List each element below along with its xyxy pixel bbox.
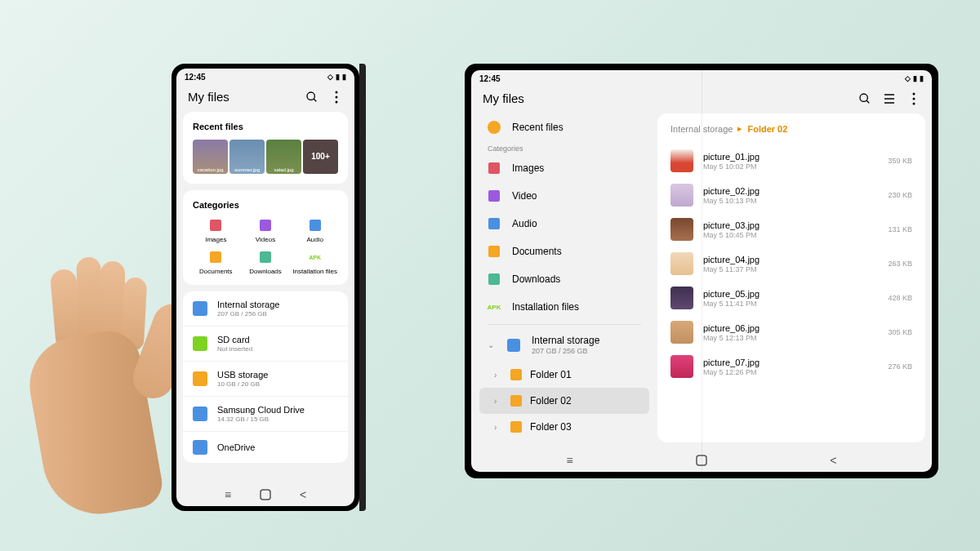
recents-button[interactable]: ≡ [221,488,234,501]
category-icon [258,218,273,233]
app-title: My files [188,90,229,104]
category-label: Documents [199,268,232,275]
category-item[interactable]: APKInstallation files [292,250,338,275]
status-time: 12:45 [185,73,206,82]
svg-rect-5 [261,490,270,500]
storage-item[interactable]: OneDrive [183,432,348,463]
storage-icon [193,407,207,421]
storage-item[interactable]: Internal storage207 GB / 256 GB [183,291,348,327]
file-row[interactable]: picture_07.jpgMay 5 12:26 PM276 KB [670,349,912,384]
recents-button[interactable]: ≡ [564,454,577,467]
category-item[interactable]: Videos [243,218,289,243]
signal-icon: ▮ [913,74,917,82]
sidebar-category[interactable]: Downloads [479,265,649,293]
sidebar-folder[interactable]: ›Folder 01 [479,362,649,388]
file-thumb [670,355,693,378]
folder-label: Folder 03 [530,421,572,433]
category-icon: APK [488,300,501,313]
battery-icon: ▮ [920,74,924,82]
storage-sub: 207 GB / 256 GB [532,347,641,355]
recent-thumb-more[interactable]: 100+ [303,140,338,174]
file-row[interactable]: picture_05.jpgMay 5 11:41 PM428 KB [670,281,912,315]
storage-item[interactable]: Samsung Cloud Drive14.32 GB / 15 GB [183,397,348,432]
file-row[interactable]: picture_03.jpgMay 5 10:45 PM131 KB [670,212,912,247]
file-date: May 5 11:41 PM [703,300,878,308]
sidebar-folder[interactable]: ›Folder 03 [479,414,649,440]
tablet-device: 12:45 ◇ ▮ ▮ My files Recent files Catego… [465,64,938,478]
category-item[interactable]: Documents [193,250,239,275]
app-title: My files [483,91,524,105]
svg-line-1 [314,99,316,101]
sidebar-label: Downloads [512,273,560,285]
file-date: May 5 10:13 PM [703,197,878,205]
file-thumb [670,321,693,344]
category-item[interactable]: Audio [292,218,338,243]
category-item[interactable]: Images [193,218,239,243]
storage-icon [193,301,207,316]
breadcrumb-current: Folder 02 [747,124,787,134]
category-icon [488,245,501,258]
signal-icon: ▮ [336,73,340,81]
back-button[interactable]: < [826,454,840,467]
category-icon: APK [308,250,323,264]
category-item[interactable]: Downloads [243,250,289,275]
recent-thumb[interactable]: vacation.jpg [193,140,228,174]
wifi-icon: ◇ [327,73,333,81]
file-name: picture_03.jpg [703,220,878,230]
file-row[interactable]: picture_01.jpgMay 5 10:02 PM359 KB [670,144,912,178]
file-name: picture_06.jpg [703,323,878,333]
sidebar-category[interactable]: Images [479,154,649,182]
file-name: picture_05.jpg [703,289,878,299]
folder-label: Folder 01 [530,369,572,380]
storage-icon [507,339,520,352]
storage-name: Internal storage [217,300,338,309]
sidebar-label: Recent files [512,122,564,133]
storage-list: Internal storage207 GB / 256 GBSD cardNo… [183,291,348,463]
svg-line-7 [866,100,869,103]
category-label: Audio [306,236,323,243]
storage-icon [193,440,207,455]
home-button[interactable] [259,488,272,501]
svg-point-4 [336,100,338,103]
detail-panel: Internal storage ▸ Folder 02 picture_01.… [657,113,925,442]
back-button[interactable]: < [296,488,310,501]
storage-sub: 10 GB / 20 GB [217,380,338,388]
file-row[interactable]: picture_02.jpgMay 5 10:13 PM230 KB [670,178,912,212]
search-icon[interactable] [858,92,871,105]
status-bar: 12:45 ◇ ▮ ▮ [176,69,354,83]
sidebar-category[interactable]: APKInstallation files [479,293,649,321]
file-name: picture_02.jpg [703,186,878,196]
svg-point-3 [336,96,338,98]
sidebar-storage[interactable]: ⌄ Internal storage 207 GB / 256 GB [479,328,649,362]
file-name: picture_07.jpg [703,358,878,367]
list-view-icon[interactable] [883,92,896,105]
sidebar-category[interactable]: Documents [479,238,649,265]
file-date: May 5 10:45 PM [703,231,878,239]
sidebar-folder[interactable]: ›Folder 02 [479,388,649,414]
file-size: 263 KB [888,260,912,268]
svg-point-11 [913,92,915,95]
more-icon[interactable] [330,91,343,104]
file-name: picture_04.jpg [703,255,878,264]
file-size: 230 KB [888,191,912,199]
more-icon[interactable] [907,92,920,105]
category-label: Downloads [249,268,282,275]
sidebar-recent[interactable]: Recent files [479,113,649,141]
search-icon[interactable] [305,91,318,104]
sidebar-label: Documents [512,246,562,257]
sidebar-category[interactable]: Audio [479,210,649,238]
recent-thumb[interactable]: summer.jpg [229,140,265,174]
storage-item[interactable]: SD cardNot inserted [183,327,348,362]
sidebar-label: Audio [512,218,537,229]
battery-icon: ▮ [342,73,346,81]
storage-icon [193,371,207,386]
storage-item[interactable]: USB storage10 GB / 20 GB [183,362,348,397]
category-icon [258,250,273,264]
folder-label: Folder 02 [530,395,572,407]
category-label: Installation files [292,268,337,275]
file-row[interactable]: picture_06.jpgMay 5 12:13 PM305 KB [670,315,912,349]
sidebar-category[interactable]: Video [479,182,649,210]
recent-thumb[interactable]: salad.jpg [266,140,301,174]
file-row[interactable]: picture_04.jpgMay 5 11:37 PM263 KB [670,247,912,281]
file-size: 131 KB [888,225,912,233]
